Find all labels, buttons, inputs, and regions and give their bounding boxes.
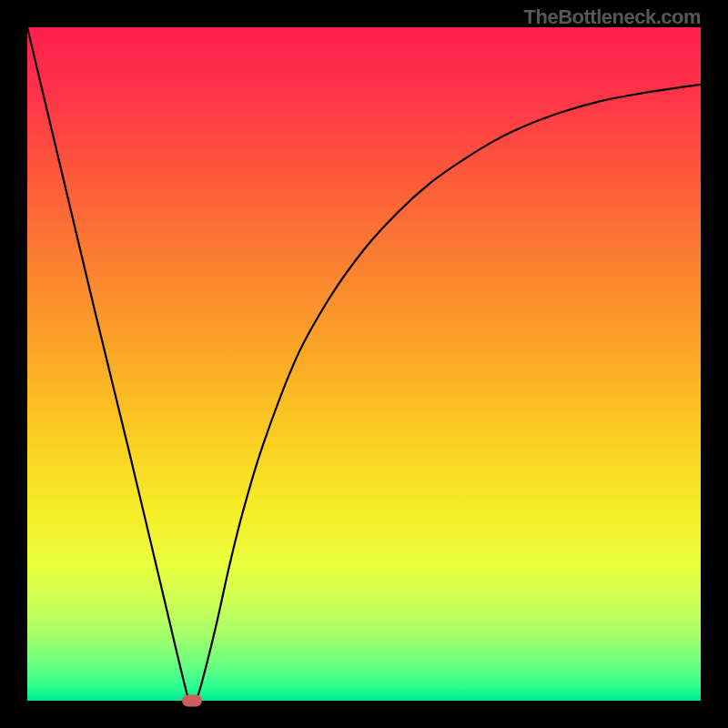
chart-frame [27, 27, 701, 701]
bottleneck-curve [27, 27, 701, 701]
optimal-point-marker [182, 695, 202, 707]
watermark-text: TheBottleneck.com [524, 5, 701, 29]
